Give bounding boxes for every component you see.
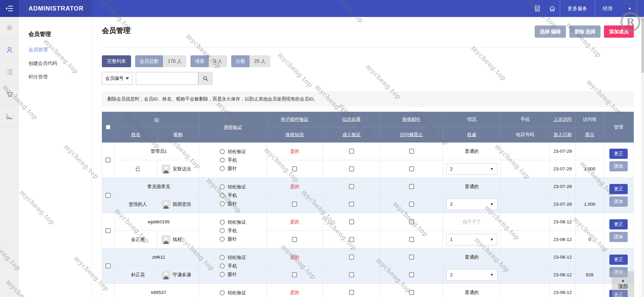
auth-radio[interactable]: 手机 [220,263,246,269]
filter-full-list[interactable]: 完整列表 [102,55,131,67]
column-header[interactable]: 电子邮件验证 [281,117,308,122]
email-verified: 是的 [266,213,323,231]
adult-verify-checkbox[interactable] [349,237,354,242]
column-header[interactable]: ID [154,117,159,122]
receive-sms-checkbox[interactable] [292,202,297,207]
receive-mail-checkbox[interactable] [409,255,414,260]
receive-mail-checkbox[interactable] [409,219,414,224]
scrollbar-track[interactable] [641,17,644,297]
auth-radio[interactable]: 轻松验证 [220,219,246,225]
receive-sms-checkbox[interactable] [292,237,297,242]
auth-radio[interactable]: 眼针 [220,272,246,278]
column-header[interactable]: 信息披露 [342,117,361,122]
more-services-button[interactable]: 更多服务 [560,0,595,17]
receive-mail-checkbox[interactable] [409,184,414,189]
adult-verify-checkbox[interactable] [349,202,354,207]
sidebar-item[interactable]: 创建会员代码 [29,60,91,67]
access-blocked-checkbox[interactable] [409,237,414,242]
list-icon[interactable] [0,61,19,83]
receive-sms-checkbox[interactable] [292,272,297,277]
delete-select-button[interactable]: 删除 选择 [569,25,601,38]
auth-radio[interactable]: 眼针 [220,236,246,242]
search-input[interactable] [136,72,198,85]
column-header[interactable]: 接收短信 [286,132,304,137]
store-icon[interactable] [530,0,545,17]
correct-button[interactable]: 更正 [609,184,628,194]
auth-radio[interactable]: 手机 [220,157,246,163]
adult-verify-checkbox[interactable] [349,272,354,277]
search-button[interactable] [198,72,213,85]
members-icon[interactable] [0,39,19,61]
authority-select[interactable]: 2▼ [446,163,497,175]
last-visit-date: 23-07-29 [550,143,576,160]
auth-radio[interactable]: 轻松验证 [220,184,246,190]
authority-select[interactable]: 2▼ [446,199,497,210]
chart-icon[interactable] [0,105,19,127]
settings-icon[interactable] [0,17,19,39]
column-header[interactable]: 权威 [467,132,476,137]
filter-stat-pill[interactable]: 会员总数170 人 [135,55,186,67]
select-all-checkbox[interactable] [106,125,111,130]
row-checkbox[interactable] [106,193,111,198]
filter-stat-pill[interactable]: 分裂25 人 [231,55,270,67]
column-header[interactable]: 接收邮件 [402,117,421,122]
menu-toggle-icon[interactable] [0,0,19,17]
access-blocked-checkbox[interactable] [409,202,414,207]
group-button[interactable]: 团体 [609,197,628,207]
select-edit-button[interactable]: 选择 编辑 [535,25,566,38]
correct-button[interactable]: 更正 [609,149,628,159]
scrollbar-thumb[interactable] [642,19,644,73]
auth-radio[interactable]: 轻松验证 [220,290,246,296]
column-header[interactable]: 身份验证 [224,125,242,130]
search-field-select[interactable]: 会员编号 [102,72,132,85]
page-title: 会员管理 [102,26,130,35]
authority-select[interactable]: 1▼ [446,234,497,245]
access-blocked-checkbox[interactable] [409,166,414,171]
info-disclosure-checkbox[interactable] [349,255,354,260]
member-nickname: 守谦多谦 [157,266,199,284]
access-blocked-checkbox[interactable] [409,272,414,277]
cart-icon[interactable] [0,83,19,105]
join-date: 23-06-12 [550,231,576,248]
row-checkbox[interactable] [106,157,111,163]
column-header[interactable]: 访问被阻止 [400,132,423,137]
correct-button[interactable]: 更正 [609,219,628,229]
chevron-down-icon[interactable]: ▼ [628,7,631,11]
member-id: 韋克德韋克 [114,178,199,196]
adult-verify-checkbox[interactable] [349,166,354,171]
auth-radio[interactable]: 眼针 [220,166,246,172]
column-header[interactable]: 加入日期 [553,132,572,137]
group-button[interactable]: 团体 [609,161,628,171]
authority-select[interactable]: 2▼ [446,269,497,281]
filter-stat-pill[interactable]: 堵塞0 人 [190,55,227,67]
info-disclosure-checkbox[interactable] [349,219,354,224]
chevron-down-icon: ▼ [490,202,494,206]
auth-radio[interactable]: 手机 [220,228,246,234]
row-checkbox[interactable] [106,263,111,268]
back-to-top-button[interactable]: ▲ 顶部 [612,271,634,297]
auth-radio[interactable]: 轻松验证 [220,255,246,261]
info-disclosure-checkbox[interactable] [349,290,354,295]
receive-mail-checkbox[interactable] [409,149,414,154]
auth-radio[interactable]: 轻松验证 [220,149,246,155]
group-button[interactable]: 团体 [609,232,628,242]
receive-mail-checkbox[interactable] [409,290,414,295]
column-header[interactable]: 上次访问 [553,117,572,122]
auth-radio[interactable]: 眼针 [220,201,246,207]
row-checkbox[interactable] [106,228,111,233]
column-header[interactable]: 观点 [585,132,594,137]
home-icon[interactable] [545,0,560,17]
correct-button[interactable]: 更正 [609,255,628,265]
column-header[interactable]: 姓名 [131,132,140,137]
sidebar-item[interactable]: 积分管理 [29,74,91,80]
info-disclosure-checkbox[interactable] [349,149,354,154]
column-header[interactable]: 昵称 [173,132,183,137]
receive-sms-checkbox[interactable] [292,166,297,171]
info-disclosure-checkbox[interactable] [349,184,354,189]
sidebar-item[interactable]: 会员管理 [29,47,91,53]
add-member-button[interactable]: 添加成员 [604,25,634,38]
avatar [162,235,170,244]
column-header[interactable]: 成人验证 [342,132,361,137]
manager-menu[interactable]: 经理 ▼ [595,0,637,17]
auth-radio[interactable]: 手机 [220,192,246,199]
